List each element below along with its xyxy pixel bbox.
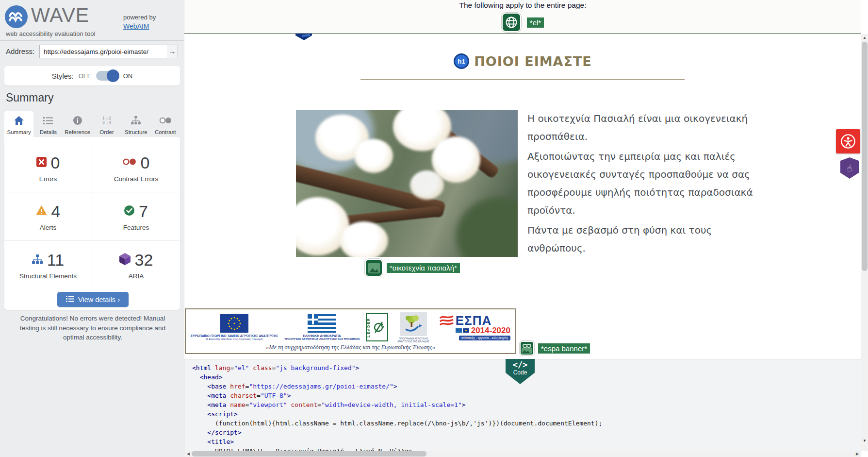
order-icon: 1→23→4: [102, 115, 111, 126]
view-details-button[interactable]: View details ›: [57, 292, 129, 307]
sidebar: WAVE powered by WebAIM web accessibility…: [0, 0, 184, 457]
code-line: ΠΟΙΟΙ ΕΙΜΑΣΤΕ - Οικοτεχνία Πασιαλή - Γλυ…: [192, 446, 861, 451]
address-input[interactable]: [39, 45, 167, 58]
view-details-label: View details ›: [78, 296, 120, 304]
summary-tabs: Summary Details Order Reference 1→23→4 O: [4, 111, 180, 137]
stat-value: 11: [47, 251, 64, 270]
wave-evaluation-app: WAVE powered by WebAIM web accessibility…: [0, 0, 868, 457]
cofinancing-caption: «Με τη συγχρηματοδότηση της Ελλάδας και …: [191, 344, 510, 351]
address-bar: Address: →: [0, 44, 184, 60]
contrast-error-icon: [123, 158, 136, 168]
leader-logo: LEADER: [366, 313, 388, 341]
tab-summary[interactable]: Summary: [4, 111, 33, 137]
styles-toggle[interactable]: [96, 71, 118, 81]
clipped-marker-icon[interactable]: [295, 34, 312, 40]
stat-label: Contrast Errors: [114, 175, 159, 183]
tab-label: Details: [40, 129, 57, 137]
stat-features[interactable]: 7 Features: [92, 192, 180, 241]
congratulations-message: Congratulations! No errors were detected…: [11, 314, 175, 342]
code-line: <meta charset="UTF-8">: [192, 391, 861, 400]
horizontal-scroll-thumb[interactable]: [192, 451, 426, 457]
details-list-icon: [66, 296, 74, 304]
address-label: Address:: [6, 47, 34, 55]
tab-reference[interactable]: Order Reference: [63, 111, 92, 137]
tab-label: Structure: [125, 129, 147, 137]
tab-details[interactable]: Details: [33, 111, 63, 137]
code-line: </script>: [192, 428, 861, 437]
stat-value: 32: [135, 251, 153, 270]
alt-image-icon[interactable]: [365, 259, 383, 277]
address-go-button[interactable]: →: [167, 45, 178, 58]
list-icon: [43, 115, 53, 126]
horizontal-scrollbar[interactable]: ◀ ▶: [184, 451, 861, 457]
alert-icon: [36, 205, 47, 217]
espa-alt-text-badge: *espa banner*: [538, 343, 590, 354]
accessibility-widget-button[interactable]: [836, 129, 860, 153]
language-globe-icon[interactable]: [502, 13, 521, 32]
tab-label: Order: [99, 129, 114, 137]
styles-off-label: OFF: [79, 72, 91, 80]
h1-marker-icon[interactable]: h1: [454, 53, 469, 69]
scroll-up-arrow[interactable]: ▲: [861, 35, 868, 41]
wave-wordmark: WAVE: [31, 4, 89, 27]
scroll-down-arrow[interactable]: ▼: [861, 438, 868, 444]
summary-section-title: Summary: [6, 91, 53, 104]
stat-label: Alerts: [40, 224, 57, 231]
linked-image-icon[interactable]: [520, 341, 534, 355]
home-icon: [14, 115, 24, 126]
image-alt-text-badge: *οικοτεχνία πασιαλή*: [387, 263, 460, 273]
tab-label: Summary: [7, 129, 31, 137]
vertical-scrollbar[interactable]: ▲ ▼: [861, 34, 868, 451]
greek-ministry-logo: ΕΛΛΗΝΙΚΗ ΔΗΜΟΚΡΑΤΙΑ ΥΠΟΥΡΓΕΙΟ ΑΓΡΟΤΙΚΗΣ …: [284, 314, 360, 340]
tab-order[interactable]: 1→23→4 Order: [92, 111, 121, 137]
aria-cube-icon: [119, 253, 131, 267]
code-brackets-icon: </>: [506, 360, 535, 370]
page-heading: ΠΟΙΟΙ ΕΙΜΑΣΤΕ: [474, 54, 592, 69]
styles-label: Styles:: [52, 72, 74, 80]
code-ribbon-label: Code: [506, 370, 535, 375]
summary-stats-panel: 0 Errors 0 Contrast Errors 4: [4, 137, 180, 310]
styles-toggle-card: Styles: OFF ON: [4, 66, 180, 85]
stat-label: Errors: [39, 175, 57, 183]
page-wide-results-strip: The following apply to the entire page: …: [184, 0, 861, 34]
stat-alerts[interactable]: 4 Alerts: [4, 192, 92, 241]
image-alt-marker: *οικοτεχνία πασιαλή*: [365, 259, 460, 277]
wave-logo-icon: [5, 5, 28, 28]
stat-contrast-errors[interactable]: 0 Contrast Errors: [92, 144, 180, 192]
scroll-right-arrow[interactable]: ▶: [854, 451, 860, 457]
hand-pointer-icon: ☝: [846, 162, 853, 174]
stat-label: ARIA: [129, 272, 144, 280]
paragraph: Η οικοτεχνία Πασιαλή είναι μια οικογενει…: [527, 110, 756, 146]
paa-logo: ΠΡΟΓΡΑΜΜΑ ΑΓΡΟΤΙΚΗΣ ΑΝΑΠΤΥΞΗΣ ΤΗΣ ΕΛΛΑΔΑ…: [394, 312, 433, 343]
espa-funding-banner[interactable]: ΕΥΡΩΠΑΪΚΟ ΓΕΩΡΓΙΚΟ ΤΑΜΕΙΟ ΑΓΡΟΤΙΚΗΣ ΑΝΑΠ…: [185, 308, 516, 354]
stats-grid: 0 Errors 0 Contrast Errors 4: [4, 144, 180, 289]
paragraph: Αξιοποιώντας την εμπειρία μας και παλιές…: [527, 148, 756, 220]
heading-divider: [360, 79, 685, 80]
styles-on-label: ON: [123, 72, 133, 80]
webaim-link[interactable]: WebAIM: [123, 22, 149, 30]
tab-label: Reference: [65, 129, 90, 137]
scroll-left-arrow[interactable]: ◀: [185, 451, 191, 457]
blossom-photo: [296, 110, 518, 257]
stat-value: 0: [141, 153, 150, 172]
stat-structural-elements[interactable]: 11 Structural Elements: [4, 241, 92, 289]
vertical-scroll-thumb[interactable]: [862, 42, 868, 271]
wave-tagline: web accessibility evaluation tool: [6, 30, 95, 37]
page-note: The following apply to the entire page:: [184, 1, 861, 10]
language-badge: *el*: [527, 17, 544, 28]
info-icon: [73, 115, 82, 126]
tab-structure[interactable]: Structure: [121, 111, 150, 137]
stat-aria[interactable]: 32 ARIA: [92, 241, 180, 289]
tab-label: Contrast: [155, 129, 176, 137]
tab-contrast[interactable]: Contrast: [150, 111, 180, 137]
pointer-widget-button[interactable]: ☝: [840, 157, 859, 179]
stat-label: Structural Elements: [19, 272, 77, 280]
eu-flag-logo: ΕΥΡΩΠΑΪΚΟ ΓΕΩΡΓΙΚΟ ΤΑΜΕΙΟ ΑΓΡΟΤΙΚΗΣ ΑΝΑΠ…: [191, 314, 278, 340]
stat-errors[interactable]: 0 Errors: [4, 144, 92, 192]
toggle-knob: [107, 69, 119, 82]
paragraph: Πάντα με σεβασμό στη φύση και τους ανθρώ…: [527, 221, 756, 257]
code-line: (function(html){html.className = html.cl…: [192, 419, 861, 428]
sidebar-header: WAVE powered by WebAIM web accessibility…: [0, 0, 184, 41]
espa-2014-2020-logo: ΕΣΠΑ 2014-2020 ανάπτυξη - εργασία - αλλη…: [439, 315, 510, 340]
structural-elements-icon: [32, 254, 43, 266]
